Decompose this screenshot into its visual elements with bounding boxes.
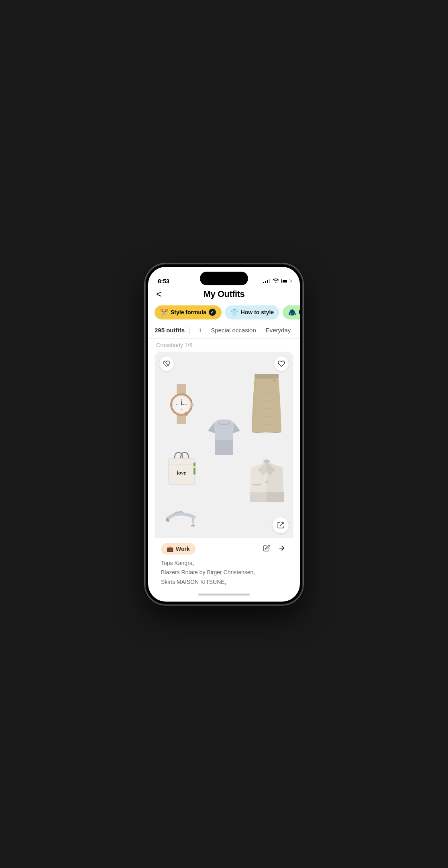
- tab-style-formula[interactable]: ✂️ Style formula ✓: [155, 305, 222, 319]
- briefcase-icon: 💼: [167, 546, 173, 552]
- scroll-content: Crossbody 1/6: [148, 339, 300, 588]
- svg-point-23: [265, 481, 268, 483]
- dynamic-island: [200, 272, 248, 285]
- battery-icon: [281, 279, 290, 283]
- shirt-icon: 👕: [230, 309, 238, 316]
- filter-t[interactable]: t: [195, 325, 206, 335]
- bag-svg: love: [165, 450, 199, 489]
- heart-button-1[interactable]: [274, 356, 289, 371]
- home-bar: [198, 594, 250, 596]
- svg-point-26: [273, 379, 276, 382]
- card-tags-row-1: 💼 Work: [161, 543, 287, 555]
- svg-rect-22: [253, 484, 261, 485]
- edit-heart-button-1[interactable]: [159, 356, 174, 371]
- tab-pills: ✂️ Style formula ✓ 👕 How to style 🧥 My W…: [148, 303, 300, 322]
- svg-rect-14: [177, 414, 186, 424]
- outfit-count: 295 outfits: [155, 327, 190, 334]
- tshirt-item: [204, 372, 244, 502]
- back-button[interactable]: <: [156, 289, 162, 299]
- svg-rect-25: [255, 374, 279, 379]
- tab-my-wardrobe[interactable]: 🧥 My W…: [283, 305, 300, 319]
- clothing-grid-1: love: [155, 352, 293, 538]
- card-actions-1: [261, 543, 287, 555]
- tote-bag-item: love: [161, 438, 202, 502]
- check-badge: ✓: [209, 309, 216, 316]
- status-time: 8:53: [158, 278, 169, 285]
- category-label: Crossbody 1/6: [148, 342, 300, 352]
- svg-rect-2: [177, 384, 186, 395]
- edit-button-1[interactable]: [261, 543, 272, 555]
- hanger-icon: 🧥: [288, 309, 296, 316]
- card-bottom-1: 💼 Work: [155, 538, 293, 588]
- share-button-1[interactable]: [273, 517, 289, 533]
- svg-line-1: [280, 522, 283, 526]
- watch-svg: [165, 384, 198, 424]
- home-indicator: [148, 588, 300, 602]
- tshirt-svg: [206, 415, 242, 459]
- occasion-tag-work[interactable]: 💼 Work: [161, 543, 195, 555]
- tab-how-to-style[interactable]: 👕 How to style: [225, 305, 279, 319]
- svg-rect-24: [191, 525, 195, 526]
- skirt-item: [246, 372, 287, 436]
- heels-item: [161, 504, 202, 532]
- outfit-card-1: love: [155, 352, 293, 588]
- signal-icon: [263, 279, 270, 283]
- svg-text:love: love: [177, 470, 186, 476]
- watch-item: [161, 372, 202, 436]
- filter-weekend[interactable]: Weekend: [295, 325, 300, 335]
- card-brands-1: Tops Kangra, Blazers Rotate by Birger Ch…: [161, 559, 287, 588]
- heels-svg: [165, 504, 199, 532]
- filter-special-occasion[interactable]: Special occasion: [206, 325, 261, 335]
- svg-rect-15: [191, 403, 193, 406]
- page-title: My Outfits: [204, 289, 245, 299]
- svg-rect-21: [193, 466, 195, 468]
- blazer-svg: [248, 454, 286, 502]
- skirt-svg: [248, 372, 285, 436]
- header: < My Outfits: [148, 288, 300, 303]
- filter-everyday[interactable]: Everyday: [261, 325, 296, 335]
- scissors-icon: ✂️: [160, 309, 168, 316]
- svg-rect-20: [193, 463, 195, 475]
- outfit-collage-1: love: [155, 352, 293, 538]
- blazer-item: [246, 438, 287, 502]
- arrow-button-1[interactable]: [277, 543, 287, 555]
- status-icons: [263, 278, 290, 285]
- filter-bar: 295 outfits t Special occasion Everyday …: [148, 322, 300, 339]
- wifi-icon: [273, 278, 279, 285]
